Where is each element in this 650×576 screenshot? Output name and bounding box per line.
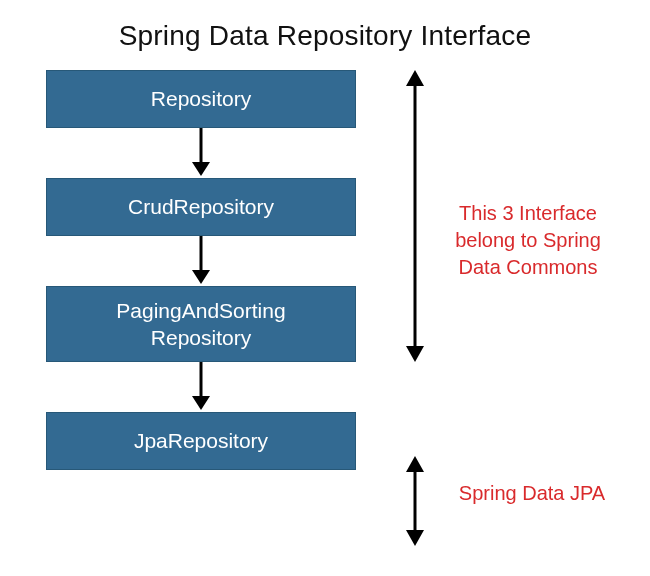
box-pagingandsortingrepository-label: PagingAndSorting Repository — [116, 297, 285, 352]
box-repository-label: Repository — [151, 85, 251, 112]
arrow-down-icon — [186, 362, 216, 412]
double-arrow-jpa-icon — [400, 456, 430, 550]
box-jparepository-label: JpaRepository — [134, 427, 268, 454]
svg-marker-7 — [406, 70, 424, 86]
svg-marker-8 — [406, 346, 424, 362]
svg-marker-5 — [192, 396, 210, 410]
annotation-jpa: Spring Data JPA — [442, 480, 622, 507]
svg-marker-10 — [406, 456, 424, 472]
svg-marker-3 — [192, 270, 210, 284]
double-arrow-commons-icon — [400, 70, 430, 366]
diagram-container: Repository CrudRepository PagingAndSorti… — [0, 70, 650, 470]
svg-marker-11 — [406, 530, 424, 546]
hierarchy-column: Repository CrudRepository PagingAndSorti… — [46, 70, 356, 470]
box-crudrepository: CrudRepository — [46, 178, 356, 236]
box-jparepository: JpaRepository — [46, 412, 356, 470]
annotation-commons: This 3 Interface belong to Spring Data C… — [438, 200, 618, 281]
arrow-down-icon — [186, 236, 216, 286]
page-title: Spring Data Repository Interface — [0, 0, 650, 70]
box-crudrepository-label: CrudRepository — [128, 193, 274, 220]
arrow-down-icon — [186, 128, 216, 178]
svg-marker-1 — [192, 162, 210, 176]
box-repository: Repository — [46, 70, 356, 128]
box-pagingandsortingrepository: PagingAndSorting Repository — [46, 286, 356, 362]
